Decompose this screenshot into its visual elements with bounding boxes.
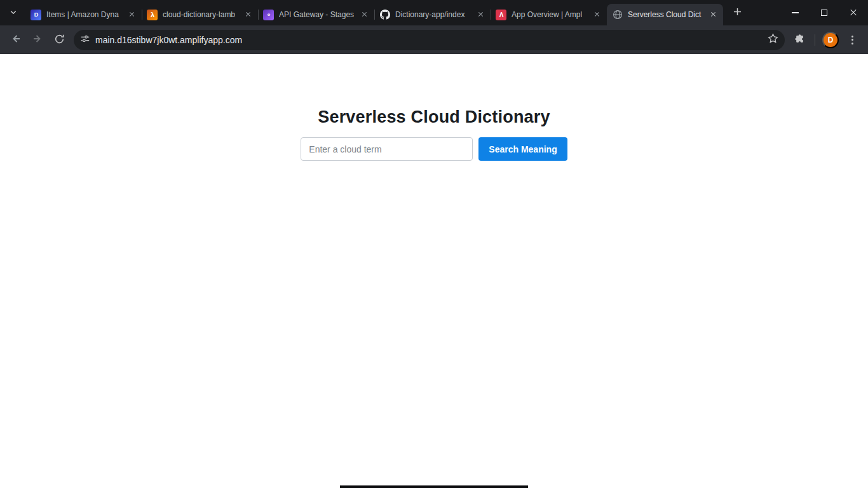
tab-close-icon[interactable]	[592, 10, 602, 20]
forward-arrow-icon	[32, 33, 43, 46]
tab-title: Dictionary-app/index	[395, 10, 473, 19]
tab-close-icon[interactable]	[708, 10, 718, 20]
browser-tab-strip: D Items | Amazon Dyna λ cloud-dictionary…	[0, 0, 868, 25]
tab-title: Serverless Cloud Dict	[628, 10, 705, 19]
globe-favicon-icon	[612, 10, 623, 20]
url-text: main.d16stibw7jk0wt.amplifyapp.com	[95, 35, 768, 45]
window-maximize-button[interactable]	[810, 0, 839, 25]
window-controls	[780, 0, 868, 25]
tab-amplify-app-overview[interactable]: Λ App Overview | Ampl	[491, 4, 607, 25]
tab-lambda-function[interactable]: λ cloud-dictionary-lamb	[142, 4, 258, 25]
lambda-favicon-icon: λ	[147, 10, 158, 20]
tab-list: D Items | Amazon Dyna λ cloud-dictionary…	[25, 0, 723, 25]
tab-close-icon[interactable]	[475, 10, 485, 20]
tab-title: App Overview | Ampl	[512, 10, 589, 19]
reload-icon	[54, 34, 65, 46]
tab-serverless-cloud-dictionary[interactable]: Serverless Cloud Dict	[607, 4, 723, 25]
window-close-button[interactable]	[839, 0, 868, 25]
back-button[interactable]	[5, 29, 27, 51]
tab-title: Items | Amazon Dyna	[46, 10, 124, 19]
bookmark-star-icon[interactable]	[768, 33, 778, 46]
reload-button[interactable]	[48, 29, 70, 51]
site-info-icon[interactable]	[80, 34, 90, 46]
puzzle-piece-icon	[794, 34, 805, 46]
tab-github-dictionary-app[interactable]: Dictionary-app/index	[374, 4, 491, 25]
tab-close-icon[interactable]	[126, 10, 137, 20]
tab-api-gateway-stages[interactable]: ‹› API Gateway - Stages	[258, 4, 374, 25]
forward-button[interactable]	[27, 29, 48, 51]
search-row: Search Meaning	[0, 137, 868, 161]
close-icon	[850, 9, 857, 17]
kebab-menu-icon	[851, 36, 853, 44]
search-meaning-button[interactable]: Search Meaning	[478, 137, 567, 161]
chevron-down-icon	[10, 8, 17, 18]
github-favicon-icon	[379, 10, 390, 20]
tab-close-icon[interactable]	[243, 10, 253, 20]
taskbar-sliver	[340, 485, 528, 488]
dynamodb-favicon-icon: D	[31, 10, 41, 20]
cloud-term-input[interactable]	[301, 137, 473, 161]
minimize-icon	[792, 12, 799, 13]
window-minimize-button[interactable]	[780, 0, 810, 25]
tab-title: cloud-dictionary-lamb	[163, 10, 240, 19]
extensions-button[interactable]	[789, 29, 810, 51]
maximize-icon	[821, 10, 827, 16]
profile-avatar[interactable]: D	[822, 32, 839, 48]
tab-search-button[interactable]	[4, 4, 23, 22]
browser-toolbar: main.d16stibw7jk0wt.amplifyapp.com D	[0, 25, 868, 54]
page-title: Serverless Cloud Dictionary	[0, 107, 868, 127]
plus-icon	[733, 8, 742, 18]
amplify-favicon-icon: Λ	[496, 10, 506, 20]
tab-dynamodb-items[interactable]: D Items | Amazon Dyna	[25, 4, 142, 25]
back-arrow-icon	[10, 33, 22, 46]
toolbar-divider	[815, 34, 815, 46]
tab-title: API Gateway - Stages	[279, 10, 356, 19]
page-content: Serverless Cloud Dictionary Search Meani…	[0, 54, 868, 488]
tab-close-icon[interactable]	[359, 10, 369, 20]
new-tab-button[interactable]	[728, 4, 746, 22]
browser-menu-button[interactable]	[841, 29, 863, 51]
address-bar[interactable]: main.d16stibw7jk0wt.amplifyapp.com	[74, 30, 785, 50]
api-gateway-favicon-icon: ‹›	[263, 10, 274, 20]
